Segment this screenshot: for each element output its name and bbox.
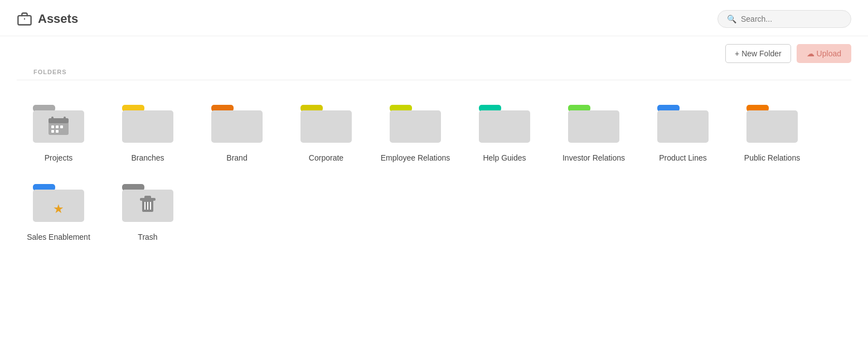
toolbar: + New Folder ☁ Upload <box>0 36 868 69</box>
svg-rect-16 <box>211 110 263 143</box>
folder-label: Corporate <box>309 153 343 164</box>
svg-rect-24 <box>568 110 619 143</box>
search-icon: 🔍 <box>727 14 736 23</box>
svg-rect-10 <box>60 125 63 128</box>
folder-label: Help Guides <box>483 153 526 164</box>
svg-rect-9 <box>56 125 59 128</box>
folder-item[interactable]: Brand <box>195 96 279 170</box>
folder-label: Employee Relations <box>381 153 450 164</box>
upload-button[interactable]: ☁ Upload <box>797 44 851 63</box>
folder-label: Investor Relations <box>562 153 625 164</box>
folder-item[interactable]: Projects <box>17 96 100 170</box>
folder-label: Brand <box>226 153 247 164</box>
folders-section-label: FOLDERS <box>17 69 851 80</box>
folder-label: Branches <box>131 153 164 164</box>
header-left: Assets <box>17 11 78 27</box>
page-title: Assets <box>38 12 78 26</box>
folder-item[interactable]: ★ Sales Enablement <box>17 175 100 249</box>
new-folder-button[interactable]: + New Folder <box>725 44 791 63</box>
svg-rect-20 <box>390 110 441 143</box>
folder-item[interactable]: Public Relations <box>730 96 814 170</box>
folders-grid: Projects Branches Brand Corporate Employ… <box>0 80 868 264</box>
svg-rect-28 <box>746 110 798 143</box>
svg-rect-0 <box>18 16 31 25</box>
svg-rect-26 <box>657 110 709 143</box>
header: Assets 🔍 <box>0 0 868 36</box>
svg-text:★: ★ <box>53 202 64 216</box>
briefcase-icon <box>17 11 32 27</box>
svg-rect-22 <box>479 110 530 143</box>
folder-item[interactable]: Branches <box>106 96 190 170</box>
folder-item[interactable]: Product Lines <box>641 96 725 170</box>
folder-label: Product Lines <box>659 153 707 164</box>
svg-rect-18 <box>300 110 352 143</box>
search-box[interactable]: 🔍 <box>717 10 851 28</box>
svg-rect-11 <box>51 130 54 133</box>
folder-item[interactable]: Corporate <box>284 96 368 170</box>
svg-rect-8 <box>51 125 54 128</box>
folder-item[interactable]: Investor Relations <box>552 96 636 170</box>
folder-label: Trash <box>138 232 157 243</box>
svg-rect-7 <box>64 117 66 121</box>
search-input[interactable] <box>741 14 842 23</box>
folder-label: Sales Enablement <box>27 232 90 243</box>
header-right: 🔍 <box>717 10 851 28</box>
svg-rect-36 <box>144 196 151 199</box>
svg-rect-12 <box>56 130 59 133</box>
svg-rect-6 <box>51 117 54 121</box>
folder-item[interactable]: Trash <box>106 175 190 249</box>
svg-rect-14 <box>122 110 173 143</box>
folder-label: Projects <box>45 153 73 164</box>
folder-item[interactable]: Employee Relations <box>374 96 457 170</box>
folder-item[interactable]: Help Guides <box>463 96 546 170</box>
folder-label: Public Relations <box>744 153 800 164</box>
